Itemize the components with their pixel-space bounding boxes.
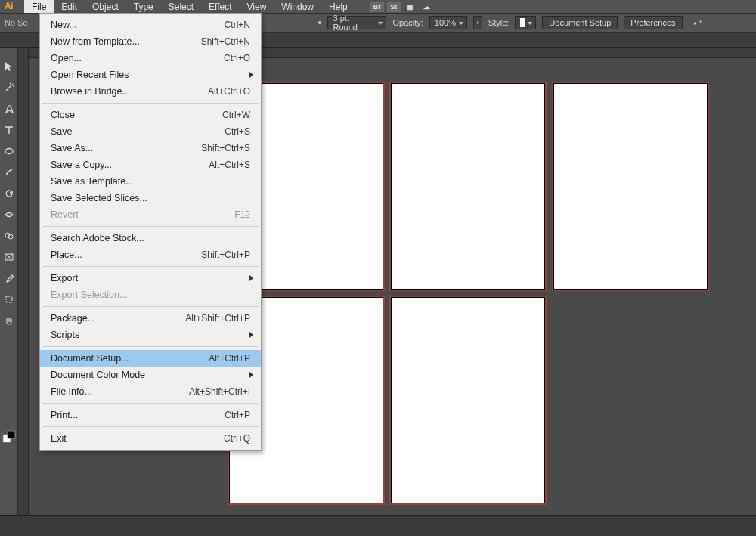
- menu-item-shortcut: F12: [234, 209, 250, 220]
- submenu-arrow-icon: [249, 372, 253, 378]
- width-tool-icon[interactable]: [1, 206, 17, 223]
- menu-item-label: Browse in Bridge...: [51, 86, 208, 97]
- menubar-adobe-st-icon[interactable]: St: [387, 2, 401, 12]
- menu-separator: [42, 226, 259, 227]
- submenu-arrow-icon: [249, 332, 253, 338]
- menu-item-exit[interactable]: ExitCtrl+Q: [40, 430, 261, 447]
- shape-builder-tool-icon[interactable]: [1, 228, 17, 244]
- opacity-dropdown[interactable]: 100%: [429, 16, 467, 29]
- selection-tool-icon[interactable]: [1, 58, 17, 75]
- rotate-tool-icon[interactable]: [1, 185, 17, 202]
- menu-item-shortcut: Alt+Ctrl+O: [208, 86, 250, 97]
- menu-separator: [42, 266, 259, 267]
- arrange-documents-icon[interactable]: ▦: [404, 2, 417, 12]
- menu-item-shortcut: Alt+Ctrl+P: [209, 353, 250, 364]
- menu-item-print[interactable]: Print...Ctrl+P: [40, 407, 261, 423]
- menu-item-document-setup[interactable]: Document Setup...Alt+Ctrl+P: [40, 350, 261, 367]
- menu-item-package[interactable]: Package...Alt+Shift+Ctrl+P: [40, 310, 261, 327]
- pen-tool-icon[interactable]: [1, 101, 17, 117]
- menu-item-new-from-template[interactable]: New from Template...Shift+Ctrl+N: [40, 33, 261, 50]
- menu-item-shortcut: Ctrl+S: [225, 126, 250, 137]
- menu-item-label: Search Adobe Stock...: [51, 233, 250, 243]
- menu-file[interactable]: File: [24, 0, 54, 13]
- eyedropper-tool-icon[interactable]: [1, 270, 17, 287]
- type-tool-icon[interactable]: [1, 122, 17, 138]
- menu-item-export[interactable]: Export: [40, 270, 261, 287]
- menu-item-label: Open Recent Files: [51, 70, 250, 80]
- menubar-adobe-br-icon[interactable]: Br: [370, 2, 384, 12]
- menu-item-document-color-mode[interactable]: Document Color Mode: [40, 367, 261, 383]
- menu-item-scripts[interactable]: Scripts: [40, 327, 261, 343]
- artboard[interactable]: [391, 297, 545, 503]
- svg-point-0: [5, 149, 13, 154]
- ellipse-tool-icon[interactable]: [1, 143, 17, 160]
- menu-item-label: Scripts: [51, 330, 250, 340]
- menu-item-save[interactable]: SaveCtrl+S: [40, 123, 261, 140]
- menu-item-save-a-copy[interactable]: Save a Copy...Alt+Ctrl+S: [40, 156, 261, 173]
- menu-item-shortcut: Alt+Shift+Ctrl+I: [189, 386, 250, 397]
- submenu-arrow-icon: [249, 275, 253, 281]
- menu-effect[interactable]: Effect: [201, 0, 239, 13]
- magic-wand-tool-icon[interactable]: [1, 79, 17, 96]
- artboard[interactable]: [391, 83, 545, 290]
- menu-separator: [42, 103, 259, 104]
- menu-view[interactable]: View: [240, 0, 274, 13]
- menu-item-shortcut: Ctrl+O: [224, 53, 250, 64]
- menu-separator: [42, 426, 259, 427]
- menu-separator: [42, 403, 259, 404]
- menu-item-save-as[interactable]: Save As...Shift+Ctrl+S: [40, 140, 261, 156]
- perspective-grid-tool-icon[interactable]: [1, 249, 17, 265]
- menu-item-label: Save As...: [51, 143, 201, 153]
- menu-item-label: Revert: [51, 209, 234, 220]
- opacity-value: 100%: [435, 18, 456, 27]
- menu-item-shortcut: Ctrl+P: [225, 410, 250, 420]
- menu-separator: [42, 306, 259, 307]
- menu-item-label: Exit: [51, 433, 224, 444]
- stroke-profile-dropdown[interactable]: 3 pt. Round: [327, 16, 386, 29]
- sync-icon[interactable]: ☁: [420, 2, 434, 12]
- menu-item-label: Export Selection...: [51, 290, 250, 300]
- menu-item-label: Place...: [51, 249, 201, 260]
- menu-separator: [42, 346, 259, 347]
- pin-icon[interactable]: ⋆⁺: [692, 17, 703, 29]
- chevron-right-icon[interactable]: ›: [473, 16, 482, 29]
- artboard[interactable]: [553, 83, 708, 290]
- menu-item-new[interactable]: New...Ctrl+N: [40, 17, 261, 33]
- hand-tool-icon[interactable]: [1, 312, 17, 329]
- tool-panel: [0, 48, 18, 515]
- menu-item-file-info[interactable]: File Info...Alt+Shift+Ctrl+I: [40, 383, 261, 400]
- menu-item-label: Open...: [51, 53, 224, 64]
- menu-item-label: Save: [51, 126, 225, 137]
- menu-type[interactable]: Type: [126, 0, 161, 13]
- menu-item-shortcut: Alt+Ctrl+S: [209, 160, 250, 170]
- style-dropdown[interactable]: [515, 16, 536, 29]
- document-setup-button[interactable]: Document Setup: [542, 16, 618, 29]
- no-selection-label: No Se: [5, 18, 28, 27]
- menu-item-search-adobe-stock[interactable]: Search Adobe Stock...: [40, 230, 261, 246]
- menu-item-shortcut: Alt+Shift+Ctrl+P: [185, 313, 250, 324]
- menu-select[interactable]: Select: [161, 0, 201, 13]
- color-swap-icon[interactable]: [1, 429, 17, 445]
- menu-edit[interactable]: Edit: [54, 0, 85, 13]
- menu-item-close[interactable]: CloseCtrl+W: [40, 107, 261, 123]
- menu-item-place[interactable]: Place...Shift+Ctrl+P: [40, 246, 261, 263]
- menu-item-open[interactable]: Open...Ctrl+O: [40, 50, 261, 67]
- menu-help[interactable]: Help: [321, 0, 355, 13]
- menu-item-save-as-template[interactable]: Save as Template...: [40, 173, 261, 190]
- paintbrush-tool-icon[interactable]: [1, 164, 17, 181]
- opacity-label: Opacity:: [392, 18, 423, 27]
- menu-item-save-selected-slices[interactable]: Save Selected Slices...: [40, 190, 261, 206]
- menu-item-browse-in-bridge[interactable]: Browse in Bridge...Alt+Ctrl+O: [40, 83, 261, 100]
- status-bar: [0, 515, 756, 536]
- artboard-tool-icon[interactable]: [1, 291, 17, 308]
- menu-item-label: Save Selected Slices...: [51, 193, 250, 203]
- menu-item-label: Export: [51, 273, 250, 283]
- preferences-button[interactable]: Preferences: [624, 16, 682, 29]
- menu-item-label: Package...: [51, 313, 185, 324]
- menu-item-label: Save a Copy...: [51, 160, 209, 170]
- menu-item-revert: RevertF12: [40, 206, 261, 223]
- menu-item-open-recent-files[interactable]: Open Recent Files: [40, 67, 261, 83]
- menu-window[interactable]: Window: [274, 0, 321, 13]
- menu-object[interactable]: Object: [85, 0, 126, 13]
- stroke-profile-value: 3 pt. Round: [333, 14, 375, 32]
